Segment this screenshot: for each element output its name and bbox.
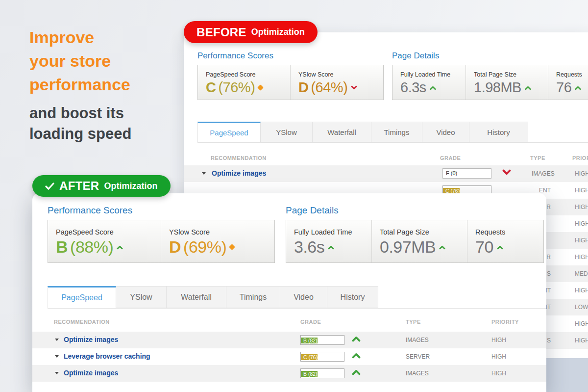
page-details-title: Page Details <box>392 51 439 61</box>
tab[interactable]: YSlow <box>261 122 313 142</box>
caret-up-icon <box>430 85 436 90</box>
before-badge: BEFORE Optimization <box>184 21 318 43</box>
trend-indicator <box>439 245 445 250</box>
page-details-box: Fully Loaded Time 6.3s Total Page Size 1… <box>392 65 588 100</box>
tab[interactable]: YSlow <box>116 286 167 308</box>
score-value: (69%) <box>183 237 226 257</box>
caret-up-icon <box>352 352 361 359</box>
tab[interactable]: PageSpeed <box>48 286 116 308</box>
detail-cell: Fully Loaded Time 3.6s <box>286 220 372 262</box>
expand-triangle-icon[interactable] <box>55 355 59 358</box>
tab[interactable]: Waterfall <box>313 122 371 142</box>
col-header-type: TYPE <box>406 319 421 325</box>
diamond-icon <box>229 244 235 250</box>
recommendation-rows: Optimize images B (82) IMAGES HIGH Lever… <box>32 332 546 382</box>
caret-down-icon <box>502 169 511 176</box>
priority-cell: HIGH <box>491 370 506 377</box>
tab[interactable]: PageSpeed <box>197 122 261 142</box>
table-row: Optimize images F (0) IMAGES HIGH <box>184 165 588 182</box>
tab-label: Waterfall <box>181 293 212 302</box>
detail-cell: Total Page Size 1.98MB <box>466 65 548 100</box>
trend-indicator <box>230 245 234 249</box>
detail-cell: Requests 76 <box>548 65 588 100</box>
tab-label: Video <box>436 128 455 136</box>
detail-label: Requests <box>556 71 588 78</box>
grade-bar: B (82) <box>300 368 344 378</box>
detail-label: Requests <box>475 228 543 236</box>
col-header-type: TYPE <box>530 155 545 161</box>
tab[interactable]: Waterfall <box>167 286 226 308</box>
tab[interactable]: Video <box>280 286 327 308</box>
detail-cell: Fully Loaded Time 6.3s <box>392 65 466 100</box>
tab[interactable]: Timings <box>371 122 422 142</box>
score-label: YSlow Score <box>298 71 383 78</box>
table-row: Leverage browser caching C (76) SERVER H… <box>32 348 546 365</box>
priority-cell: MEDIUM <box>575 270 588 277</box>
tab[interactable]: Timings <box>226 286 280 308</box>
detail-label: Total Page Size <box>380 228 467 236</box>
priority-cell: HIGH <box>575 237 588 244</box>
caret-up-icon <box>352 369 361 375</box>
priority-cell: HIGH <box>575 287 588 294</box>
recommendation-link[interactable]: Optimize images <box>64 369 118 377</box>
performance-scores-title: Performance Scores <box>48 205 132 216</box>
priority-cell: HIGH <box>575 320 588 327</box>
priority-cell: HIGH <box>575 170 588 177</box>
report-tabs: PageSpeed YSlow Waterfall Timings Video … <box>197 122 528 142</box>
caret-up-icon <box>497 245 503 250</box>
score-grade: D <box>169 237 181 257</box>
headline-line: your store <box>29 49 131 73</box>
table-row: Optimize images B (82) IMAGES HIGH <box>32 332 546 348</box>
headline: Improve your store performance and boost… <box>29 26 131 144</box>
score-cell: YSlow Score D (69%) <box>161 220 274 262</box>
score-cell: YSlow Score D (64%) <box>291 65 383 100</box>
trend-indicator <box>352 369 361 375</box>
col-header-recommendation: RECOMMENDATION <box>211 155 267 161</box>
grade-bar: C (76) <box>300 352 344 362</box>
caret-up-icon <box>117 245 123 250</box>
priority-cell: HIGH <box>491 337 506 343</box>
type-cell: IMAGES <box>406 370 429 377</box>
tab-label: YSlow <box>276 128 297 136</box>
caret-down-icon <box>351 85 357 90</box>
col-header-grade: GRADE <box>440 155 461 161</box>
performance-scores-box: PageSpeed Score C (76%) YSlow Score D (6… <box>197 65 384 100</box>
performance-scores-box: PageSpeed Score B (88%) YSlow Score D (6… <box>48 220 275 263</box>
table-row: Optimize images B (82) IMAGES HIGH <box>32 365 546 382</box>
detail-value: 76 <box>556 79 571 96</box>
caret-up-icon <box>575 85 581 90</box>
page-details-box: Fully Loaded Time 3.6s Total Page Size 0… <box>286 220 544 263</box>
detail-value: 6.3s <box>400 79 426 96</box>
detail-value: 3.6s <box>294 237 324 257</box>
tab-label: Timings <box>240 293 267 302</box>
trend-indicator <box>351 85 357 90</box>
tab-label: History <box>341 293 365 302</box>
trend-indicator <box>258 85 263 90</box>
detail-label: Fully Loaded Time <box>294 228 371 236</box>
caret-up-icon <box>328 245 334 250</box>
expand-triangle-icon[interactable] <box>202 172 206 175</box>
recommendation-link[interactable]: Optimize images <box>212 169 266 177</box>
trend-indicator <box>525 85 531 90</box>
priority-cell: HIGH <box>575 254 588 261</box>
priority-cell: HIGH <box>575 220 588 227</box>
recommendation-link[interactable]: Leverage browser caching <box>64 352 150 360</box>
after-badge-label: AFTER <box>59 179 99 193</box>
score-label: PageSpeed Score <box>56 228 161 236</box>
type-cell: IMAGES <box>532 170 555 177</box>
detail-value: 0.97MB <box>380 237 436 257</box>
caret-up-icon <box>525 85 531 90</box>
score-grade: B <box>56 237 68 257</box>
detail-cell: Total Page Size 0.97MB <box>372 220 467 262</box>
detail-label: Fully Loaded Time <box>400 71 466 78</box>
tab[interactable]: Video <box>422 122 469 142</box>
tab[interactable]: History <box>327 286 378 308</box>
tab[interactable]: History <box>469 122 528 142</box>
after-report-panel: Performance Scores PageSpeed Score B (88… <box>32 193 546 392</box>
caret-up-icon <box>439 245 445 250</box>
expand-triangle-icon[interactable] <box>55 339 59 341</box>
performance-scores-title: Performance Scores <box>197 51 273 61</box>
tabs-divider <box>48 308 546 309</box>
expand-triangle-icon[interactable] <box>55 372 59 374</box>
recommendation-link[interactable]: Optimize images <box>64 336 118 343</box>
